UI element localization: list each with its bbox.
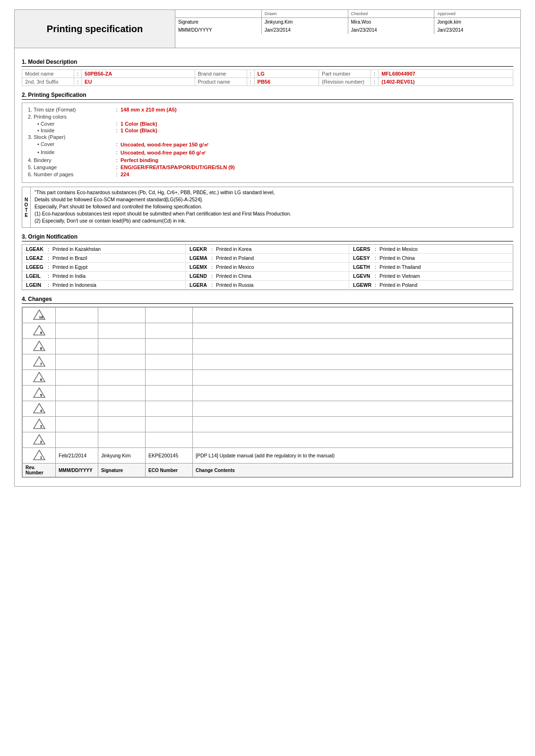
svg-text:7: 7 bbox=[40, 362, 42, 366]
model-name-label: Model name bbox=[22, 70, 74, 78]
rev-cell: 9 bbox=[23, 323, 56, 339]
changes-eco bbox=[146, 417, 193, 432]
rev-icon: 3 bbox=[33, 418, 46, 430]
rev-icon: 9 bbox=[33, 325, 46, 336]
origin-cell: LGEAZ:Printed in Brazil bbox=[22, 254, 186, 263]
header-date-row: MMM/DD/YYYY Jan/23/2014 Jan/23/2014 Jan/… bbox=[175, 26, 520, 34]
origin-code: LGEMA bbox=[190, 255, 209, 261]
changes-row: 1 Feb/21/2014Jinkyung KimEKPE200145[PDP … bbox=[23, 448, 513, 464]
inside-stock-value: Uncoated, wood-free paper 60 g/㎡ bbox=[121, 149, 507, 156]
spec-row-4: 4. Bindery : Perfect binding bbox=[28, 157, 507, 163]
changes-eco bbox=[146, 432, 193, 448]
origin-cell: LGEKR:Printed in Korea bbox=[186, 245, 349, 254]
part-number-label: Part number bbox=[319, 70, 371, 78]
cover-color-colon: : bbox=[113, 121, 121, 127]
rev-icon: 1 bbox=[33, 449, 46, 461]
changes-signature bbox=[98, 339, 146, 354]
changes-signature bbox=[98, 401, 146, 417]
changes-footer-cell: Rev. Number bbox=[23, 464, 56, 477]
changes-row: 10 bbox=[23, 308, 513, 323]
origin-section-title: 3. Origin Notification bbox=[22, 233, 513, 241]
pages-colon: : bbox=[113, 172, 121, 177]
changes-signature bbox=[98, 308, 146, 323]
origin-desc: Printed in Brazil bbox=[52, 255, 87, 261]
cover-stock-row: • Cover : Uncoated, wood-free paper 150 … bbox=[37, 141, 507, 148]
document-title: Printing specification bbox=[47, 24, 143, 34]
origin-code: LGEMX bbox=[190, 264, 209, 270]
origin-desc: Printed in Thailand bbox=[380, 264, 421, 270]
rev-cell: 5 bbox=[23, 386, 56, 401]
svg-marker-6 bbox=[34, 357, 45, 366]
rev-cell: 3 bbox=[23, 417, 56, 432]
svg-text:1: 1 bbox=[40, 455, 42, 460]
inside-stock-label: • Inside bbox=[37, 149, 113, 155]
product-name-value: PB56 bbox=[254, 78, 319, 86]
changes-signature: Jinkyung Kim bbox=[98, 448, 146, 464]
origin-desc: Printed in Vietnam bbox=[380, 273, 420, 279]
origin-cell: LGEIL:Printed in India bbox=[22, 272, 186, 281]
origin-cell: LGEIN:Printed in Indonesia bbox=[22, 281, 186, 290]
svg-text:9: 9 bbox=[40, 331, 42, 335]
changes-date bbox=[56, 354, 98, 370]
approved-sig: Jongok.kim bbox=[434, 18, 520, 26]
changes-contents bbox=[193, 308, 513, 323]
origin-cell: LGERS:Printed in Mexico bbox=[349, 245, 513, 254]
rev-icon: 10 bbox=[33, 309, 46, 320]
origin-code: LGERS bbox=[353, 246, 373, 252]
language-value: ENG/GER/FRE/ITA/SPA/POR/DUT/GRE/SLN (9) bbox=[121, 164, 507, 170]
suffix-value: EU bbox=[82, 78, 195, 86]
origin-cell: LGEEG:Printed in Egypt bbox=[22, 263, 186, 272]
changes-contents bbox=[193, 386, 513, 401]
signature-label: Signature bbox=[175, 18, 262, 26]
cover-color-value: 1 Color (Black) bbox=[121, 121, 507, 127]
svg-marker-18 bbox=[34, 450, 45, 460]
svg-marker-14 bbox=[34, 419, 45, 429]
changes-row: 3 bbox=[23, 417, 513, 432]
product-name-label: Product name bbox=[195, 78, 247, 86]
changes-footer-cell: ECO Number bbox=[146, 464, 193, 477]
stock-sub: • Cover : Uncoated, wood-free paper 150 … bbox=[37, 141, 507, 156]
changes-date bbox=[56, 386, 98, 401]
origin-code: LGEIN bbox=[26, 282, 46, 288]
changes-row: 8 bbox=[23, 339, 513, 354]
changes-contents bbox=[193, 432, 513, 448]
drawn-label: Drawn bbox=[262, 10, 348, 17]
header-right: Drawn Checked Approved Signature Jinkyun… bbox=[175, 10, 520, 48]
changes-footer-cell: Change Contents bbox=[193, 464, 513, 477]
bindery-label: 4. Bindery bbox=[28, 157, 113, 163]
rev-icon: 6 bbox=[33, 371, 46, 383]
document-header: Printing specification Drawn Checked App… bbox=[15, 10, 520, 48]
inside-stock-colon: : bbox=[113, 149, 121, 155]
note-line-2: Details should be followed Eco-SCM manag… bbox=[35, 197, 509, 202]
checked-sig: Mira.Woo bbox=[348, 18, 435, 26]
origin-code: LGEIL bbox=[26, 273, 46, 279]
approved-label: Approved bbox=[434, 10, 520, 17]
origin-cell: LGEVN:Printed in Vietnam bbox=[349, 272, 513, 281]
content-area: 1. Model Description Model name : 50PB56… bbox=[15, 48, 520, 486]
language-colon: : bbox=[113, 164, 121, 170]
svg-text:8: 8 bbox=[40, 346, 42, 351]
svg-marker-2 bbox=[34, 326, 45, 335]
notes-sidebar: N O T E bbox=[22, 187, 31, 227]
changes-date bbox=[56, 308, 98, 323]
rev-cell: 2 bbox=[23, 432, 56, 448]
inside-stock-row: • Inside : Uncoated, wood-free paper 60 … bbox=[37, 149, 507, 156]
bindery-value: Perfect binding bbox=[121, 157, 507, 163]
note-e: E bbox=[25, 213, 28, 218]
origin-desc: Printed in Kazakhstan bbox=[52, 246, 101, 252]
approved-date: Jan/23/2014 bbox=[434, 26, 520, 34]
origin-desc: Printed in Mexico bbox=[216, 264, 254, 270]
brand-name-label: Brand name bbox=[195, 70, 247, 78]
changes-date bbox=[56, 432, 98, 448]
svg-marker-10 bbox=[34, 388, 45, 397]
notes-box: N O T E "This part contains Eco-hazardou… bbox=[22, 187, 513, 228]
origin-desc: Printed in China bbox=[380, 255, 415, 261]
changes-contents bbox=[193, 401, 513, 417]
origin-code: LGEEG bbox=[26, 264, 46, 270]
origin-cell: LGEWR:Printed in Poland bbox=[349, 281, 513, 290]
origin-desc: Printed in Egypt bbox=[52, 264, 87, 270]
cover-color-label: • Cover bbox=[37, 121, 113, 127]
svg-text:2: 2 bbox=[40, 440, 42, 444]
pages-label: 6. Number of pages bbox=[28, 172, 113, 177]
changes-footer-cell: MMM/DD/YYYY bbox=[56, 464, 98, 477]
